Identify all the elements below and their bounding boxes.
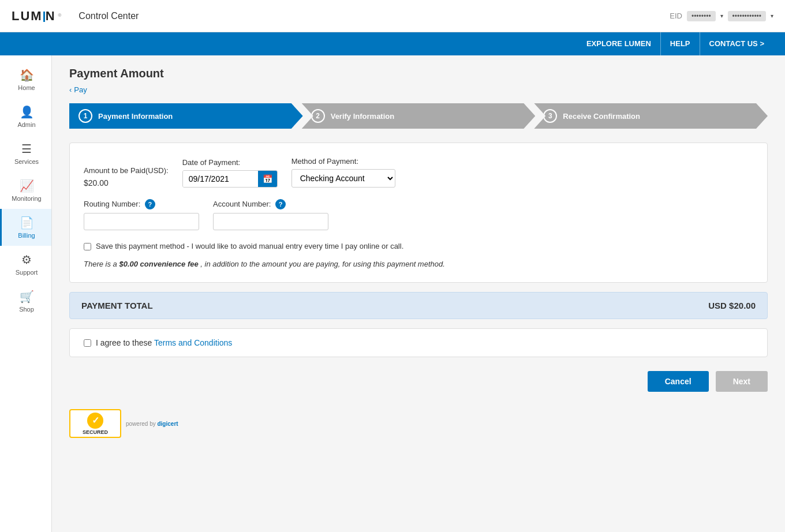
step-2: 2 Verify Information [302, 103, 536, 129]
header-left: LUMN ® Control Center [12, 9, 139, 24]
save-method-checkbox[interactable] [84, 243, 91, 250]
date-input-wrapper: 📅 [182, 170, 278, 188]
payment-total-bar: PAYMENT TOTAL USD $20.00 [69, 292, 768, 319]
fee-note-before: There is a [84, 260, 119, 268]
amount-label: Amount to be Paid(USD): [84, 166, 169, 175]
fee-note-after: , in addition to the amount you are payi… [200, 260, 444, 268]
step-3-label: Receive Confirmation [563, 112, 640, 121]
back-link[interactable]: ‹ Pay [69, 85, 87, 94]
user-value: •••••••••••• [728, 11, 766, 21]
header-right: EID •••••••• ▾ •••••••••••• ▾ [670, 11, 773, 21]
norton-text: SECURED [83, 430, 108, 435]
sidebar-item-support[interactable]: ⚙ Support [0, 246, 51, 283]
eid-label: EID [670, 12, 682, 20]
sidebar-item-services[interactable]: ☰ Services [0, 135, 51, 172]
shop-icon: 🛒 [20, 290, 34, 304]
back-link-label: Pay [74, 85, 87, 94]
sidebar-label-admin: Admin [17, 121, 35, 128]
top-header: LUMN ® Control Center EID •••••••• ▾ •••… [0, 0, 785, 32]
norton-check-icon: ✓ [87, 413, 103, 429]
sidebar-label-billing: Billing [18, 232, 35, 239]
digicert-powered: powered by digicert [126, 421, 178, 427]
sidebar-label-support: Support [16, 269, 38, 276]
method-label: Method of Payment: [291, 157, 395, 166]
sidebar-label-services: Services [14, 158, 39, 165]
admin-icon: 👤 [20, 105, 34, 119]
next-button[interactable]: Next [716, 371, 768, 392]
amount-group: Amount to be Paid(USD): $20.00 [84, 166, 169, 188]
billing-icon: 📄 [20, 216, 34, 230]
sidebar-item-billing[interactable]: 📄 Billing [0, 209, 51, 246]
routing-row: Routing Number: ? Account Number: ? [84, 199, 753, 230]
date-group: Date of Payment: 📅 [182, 158, 278, 188]
support-icon: ⚙ [21, 253, 32, 267]
sidebar-label-monitoring: Monitoring [12, 195, 41, 202]
lumen-logo: LUMN ® [12, 9, 61, 24]
sidebar: 🏠 Home 👤 Admin ☰ Services 📈 Monitoring 📄… [0, 55, 52, 532]
help-link[interactable]: HELP [661, 32, 700, 55]
payment-total-value: USD $20.00 [708, 301, 756, 310]
step-1: 1 Payment Information [69, 103, 303, 129]
eid-value: •••••••• [687, 11, 716, 21]
payment-total-label: PAYMENT TOTAL [81, 301, 153, 310]
sidebar-item-home[interactable]: 🏠 Home [0, 61, 51, 98]
terms-link[interactable]: Terms and Conditions [154, 338, 232, 347]
norton-badge: ✓ SECURED powered by digicert [69, 409, 768, 438]
terms-row: I agree to these Terms and Conditions [69, 328, 768, 357]
app-title: Control Center [78, 11, 139, 21]
sidebar-item-monitoring[interactable]: 📈 Monitoring [0, 172, 51, 209]
routing-group: Routing Number: ? [84, 199, 199, 230]
terms-checkbox[interactable] [84, 339, 91, 347]
content-area: Payment Amount ‹ Pay 1 Payment Informati… [52, 55, 785, 532]
home-icon: 🏠 [20, 68, 34, 82]
terms-text: I agree to these Terms and Conditions [96, 338, 232, 347]
fee-bold: $0.00 convenience fee [119, 260, 198, 268]
account-input[interactable] [213, 213, 328, 230]
step-3-number: 3 [543, 109, 557, 123]
routing-help-icon[interactable]: ? [145, 199, 155, 209]
routing-input[interactable] [84, 213, 199, 230]
services-icon: ☰ [21, 142, 32, 156]
calendar-button[interactable]: 📅 [258, 171, 277, 187]
eid-dropdown-icon[interactable]: ▾ [720, 13, 723, 19]
save-checkbox-row: Save this payment method - I would like … [84, 242, 753, 250]
method-select[interactable]: Checking Account Savings Account Credit … [291, 169, 395, 188]
step-2-number: 2 [311, 109, 325, 123]
main-layout: 🏠 Home 👤 Admin ☰ Services 📈 Monitoring 📄… [0, 55, 785, 532]
date-label: Date of Payment: [182, 158, 278, 167]
sidebar-item-admin[interactable]: 👤 Admin [0, 98, 51, 135]
norton-logo: ✓ SECURED [69, 409, 121, 438]
payment-form-card: Amount to be Paid(USD): $20.00 Date of P… [69, 143, 768, 283]
sidebar-label-home: Home [18, 84, 35, 91]
page-title: Payment Amount [69, 67, 768, 80]
cancel-button[interactable]: Cancel [648, 371, 709, 392]
account-help-icon[interactable]: ? [275, 199, 286, 209]
action-row: Cancel Next [69, 371, 768, 392]
sidebar-label-shop: Shop [19, 306, 34, 313]
contact-us-link[interactable]: CONTACT US > [700, 32, 773, 55]
form-row-1: Amount to be Paid(USD): $20.00 Date of P… [84, 157, 753, 188]
date-input[interactable] [183, 171, 258, 187]
save-method-label: Save this payment method - I would like … [96, 242, 403, 250]
monitoring-icon: 📈 [20, 179, 34, 193]
step-2-label: Verify Information [331, 112, 395, 121]
progress-steps: 1 Payment Information 2 Verify Informati… [69, 103, 768, 129]
digicert-text-wrapper: powered by digicert [126, 421, 178, 427]
account-group: Account Number: ? [213, 199, 328, 230]
amount-value: $20.00 [84, 178, 169, 188]
step-1-number: 1 [78, 109, 92, 123]
calendar-icon: 📅 [263, 174, 272, 183]
step-1-label: Payment Information [98, 112, 173, 121]
account-label: Account Number: ? [213, 199, 328, 209]
blue-nav: EXPLORE LUMEN HELP CONTACT US > [0, 32, 785, 55]
sidebar-item-shop[interactable]: 🛒 Shop [0, 283, 51, 320]
fee-note: There is a $0.00 convenience fee , in ad… [84, 260, 753, 268]
back-arrow-icon: ‹ [69, 85, 72, 94]
method-group: Method of Payment: Checking Account Savi… [291, 157, 395, 188]
user-dropdown-icon[interactable]: ▾ [771, 13, 773, 19]
step-3: 3 Receive Confirmation [534, 103, 768, 129]
routing-label: Routing Number: ? [84, 199, 199, 209]
explore-lumen-link[interactable]: EXPLORE LUMEN [577, 32, 661, 55]
